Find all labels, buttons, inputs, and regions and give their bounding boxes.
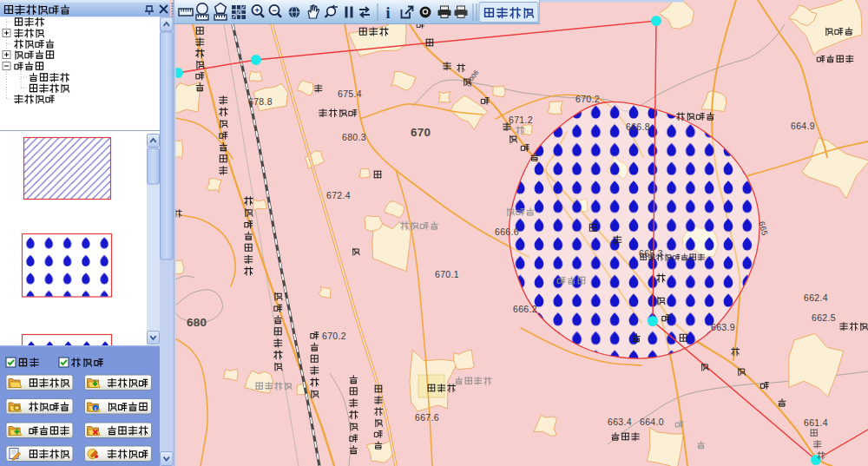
svg-text:666.8: 666.8	[626, 121, 650, 132]
svg-text:667.6: 667.6	[415, 412, 439, 423]
svg-text:663.4: 663.4	[608, 417, 632, 427]
svg-text:670.1: 670.1	[435, 269, 459, 279]
svg-text:666.6: 666.6	[495, 226, 519, 237]
svg-text:670: 670	[411, 126, 431, 139]
svg-text:664.9: 664.9	[791, 121, 815, 131]
svg-text:+: +	[254, 6, 259, 15]
svg-text:678.8: 678.8	[248, 96, 273, 107]
svg-text:661.4: 661.4	[804, 417, 828, 428]
svg-text:662.4: 662.4	[804, 292, 828, 303]
svg-text:666.2: 666.2	[513, 304, 537, 314]
svg-text:662.5: 662.5	[812, 312, 836, 323]
svg-text:664.0: 664.0	[640, 417, 664, 427]
svg-text:672.4: 672.4	[326, 190, 351, 200]
svg-text:670.2: 670.2	[575, 94, 600, 104]
svg-text:670.2: 670.2	[322, 331, 346, 341]
svg-text:i: i	[95, 405, 96, 411]
svg-text:663.9: 663.9	[711, 322, 735, 332]
svg-text:675.4: 675.4	[338, 89, 362, 99]
svg-text:i: i	[385, 4, 390, 22]
svg-text:−: −	[272, 6, 276, 15]
svg-text:680.3: 680.3	[342, 132, 366, 142]
svg-text:671.2: 671.2	[509, 115, 533, 125]
svg-text:680: 680	[187, 316, 207, 329]
